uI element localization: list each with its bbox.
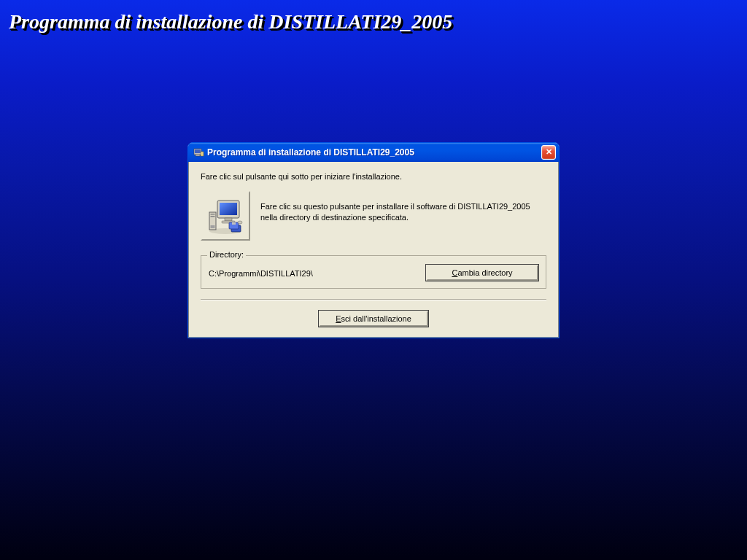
change-directory-button[interactable]: Cambia directory (426, 265, 538, 281)
installer-app-icon (193, 147, 204, 158)
svg-rect-12 (225, 218, 232, 221)
instruction-text: Fare clic sul pulsante qui sotto per ini… (201, 172, 546, 181)
directory-groupbox: Directory: C:\Programmi\DISTILLATI29\ Ca… (201, 255, 546, 289)
svg-rect-1 (195, 149, 201, 153)
desktop-app-title: Programma di installazione di DISTILLATI… (9, 10, 452, 34)
exit-install-button[interactable]: Esci dall'installazione (319, 311, 428, 327)
exit-row: Esci dall'installazione (201, 311, 546, 327)
separator (201, 299, 546, 300)
svg-rect-17 (232, 222, 236, 225)
svg-rect-7 (211, 216, 215, 217)
install-button[interactable] (201, 191, 250, 241)
installer-dialog: Programma di installazione di DISTILLATI… (187, 142, 560, 338)
svg-rect-8 (211, 225, 215, 228)
computer-install-icon (205, 195, 246, 238)
dialog-titlebar[interactable]: Programma di installazione di DISTILLATI… (188, 143, 559, 162)
svg-rect-11 (220, 203, 237, 215)
install-row: Fare clic su questo pulsante per install… (201, 191, 546, 241)
install-description: Fare clic su questo pulsante per install… (260, 191, 546, 223)
close-button[interactable]: ✕ (541, 145, 556, 160)
dialog-title: Programma di installazione di DISTILLATI… (207, 147, 541, 158)
svg-rect-3 (201, 152, 204, 156)
svg-point-18 (238, 221, 242, 224)
svg-rect-6 (211, 214, 215, 215)
directory-path: C:\Programmi\DISTILLATI29\ (209, 268, 313, 278)
svg-rect-2 (196, 155, 200, 156)
directory-label: Directory: (207, 250, 246, 259)
dialog-body: Fare clic sul pulsante qui sotto per ini… (188, 162, 559, 338)
